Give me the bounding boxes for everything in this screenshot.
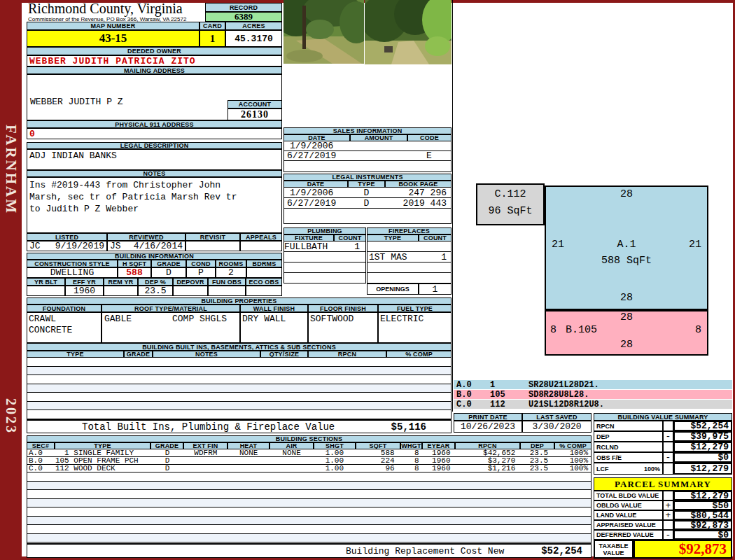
sec-type: 105 OPEN FRAME PCH: [55, 457, 151, 464]
review-value-row: JC9/19/2019 JS4/16/2014: [27, 241, 282, 251]
vs-sign: -: [663, 431, 673, 442]
parcel-label: APPRAISED VALUE: [594, 520, 663, 530]
sec-dep: 23.5: [519, 465, 554, 472]
record-label: RECORD: [205, 3, 282, 12]
vs-value: $52,254: [673, 421, 732, 431]
yrblt-label: YR BLT: [27, 278, 65, 286]
fireplace-count-label: COUNT: [419, 234, 451, 241]
sales-date-label: DATE: [284, 134, 350, 141]
property-photo-2[interactable]: [365, 0, 451, 64]
sketch-legend-row-a: A.0 1 SR28U21L28D21.: [454, 380, 732, 389]
listed-value: JC9/19/2019: [27, 241, 107, 251]
parcel-row: APPRAISED VALUE $92,873: [594, 520, 732, 530]
wall-finish-label: WALL FINISH: [240, 304, 308, 312]
parcel-label: OBLDG VALUE: [594, 500, 663, 510]
vs-label-text: RPCN: [596, 423, 615, 430]
built-ins-rpcn-label: RPCN: [308, 351, 386, 358]
vs-sign: [663, 442, 673, 452]
fixture-label: FIXTURE: [284, 234, 334, 241]
foundation-value: CRAWL CONCRETE: [27, 312, 102, 343]
print-date-label: PRINT DATE: [454, 413, 522, 421]
fireplace-type-value: 1ST MAS: [368, 252, 419, 262]
depovr-label: DEPOVR: [173, 278, 208, 286]
sec-whgt: 8: [400, 465, 422, 472]
sales-header-row: DATE AMOUNT CODE: [284, 134, 451, 141]
last-saved-label: LAST SAVED: [522, 413, 592, 421]
sec-grade: D: [151, 465, 184, 472]
built-ins-type-label: TYPE: [27, 351, 124, 358]
property-photo-1[interactable]: [284, 0, 364, 64]
vs-sign: [663, 463, 673, 475]
sec-sqft: 96: [356, 465, 400, 472]
legal-instruments-title: LEGAL INSTRUMENTS: [284, 174, 451, 181]
county-header: Richmond County, Virginia Commissioner o…: [28, 1, 204, 22]
dep-value: 23.5: [138, 286, 173, 296]
sketch-legend-row-b: B.0 105 SD8R28U8L28.: [454, 390, 732, 399]
sec-sqft: 588: [356, 449, 400, 456]
col-shgt: SHGT: [314, 442, 356, 449]
sec-heat: [227, 465, 270, 472]
vs-label: RCLND: [594, 442, 663, 452]
vs-value: $12,279: [673, 442, 732, 452]
map-number-label: MAP NUMBER: [27, 22, 200, 30]
review-header-row: LISTED REVIEWED REVISIT APPEALS: [27, 233, 282, 241]
sketch-a-top-dim: 28: [546, 188, 707, 200]
instrument-bookpage: 247 296: [385, 188, 451, 197]
photo-2-image: [365, 0, 451, 64]
fuel-type-value: ELECTRIC: [378, 312, 451, 343]
instrument-type-label: TYPE: [348, 181, 385, 188]
photo-1-image: [284, 0, 364, 64]
dep-label: DEP %: [138, 278, 173, 286]
parcel-summary-title: PARCEL SUMMARY: [594, 477, 732, 491]
sec-sqft: 224: [356, 457, 400, 464]
building-info-value-row-2: 1960 23.5: [27, 286, 282, 296]
vs-value: $0: [673, 452, 732, 463]
sec-eyear: 1960: [422, 465, 455, 472]
sale-date: 1/9/2006: [284, 141, 350, 150]
plumbing-header-row: FIXTURE COUNT: [284, 234, 366, 241]
vs-label-text: DEP: [596, 433, 610, 440]
fireplace-row: 1ST MAS 1: [367, 252, 451, 262]
sketch-section-b: 28 8 B.105 8 28: [545, 310, 708, 356]
sec-rpcn: $42,652: [454, 449, 519, 456]
sec-whgt: 8: [400, 449, 422, 456]
vs-sign: [663, 421, 673, 431]
vs-label-text: RCLND: [596, 444, 619, 451]
fireplace-type-label: TYPE: [367, 234, 419, 241]
record-number: 6389: [205, 12, 282, 22]
sec-grade: D: [151, 457, 184, 464]
sec-air: [270, 465, 314, 472]
col-heat: HEAT: [227, 442, 270, 449]
col-whgt: WHGT: [400, 442, 422, 449]
building-section-row: C.0 112 WOOD DECK D 1.00 96 8 1960 $1,21…: [27, 465, 592, 472]
cond-label: COND: [186, 260, 216, 267]
sales-information-title: SALES INFORMATION: [284, 127, 451, 134]
plumbing-row-empty: [284, 262, 366, 273]
plumbing-row: FULLBATH 1: [284, 241, 366, 252]
vs-label-text: OBS F/E: [596, 454, 622, 461]
effyr-label: EFF YR: [65, 278, 104, 286]
mailing-address-label: MAILING ADDRESS: [27, 66, 282, 74]
rooms-label: ROOMS: [216, 260, 246, 267]
legal-description-value: ADJ INDIAN BANKS: [27, 149, 282, 170]
value-summary-row: OBS F/E - $0: [594, 452, 732, 463]
instrument-bookpage: 2019 443: [385, 198, 451, 208]
sketch-legend-row-c: C.0 112 U21SL12D8R12U8.: [454, 400, 732, 409]
value-summary-row: DEP - $39,975: [594, 431, 732, 442]
sales-row: 6/27/2019 E: [284, 151, 451, 161]
sec-dep: 23.5: [519, 457, 554, 464]
value-summary-row: RCLND $12,279: [594, 442, 732, 452]
notes-label: NOTES: [27, 170, 282, 177]
building-properties-title: BUILDING PROPERTIES: [27, 298, 451, 304]
funobs-value: [208, 286, 246, 296]
sketch-b-id: B.105: [566, 324, 597, 336]
sec-eyear: 1960: [422, 449, 455, 456]
replacement-cost-value: $52,254: [541, 545, 582, 556]
construction-style-label: CONSTRUCTION STYLE: [27, 260, 118, 267]
building-section-row: B.0 105 OPEN FRAME PCH D 1.00 224 8 1960…: [27, 457, 592, 465]
building-sections-title: BUILDING SECTIONS: [27, 435, 592, 442]
col-type: TYPE: [55, 442, 150, 449]
built-ins-title: BUILDING BUILT INS, BASEMENTS, ATTICS & …: [27, 343, 451, 351]
property-record-card: FARNHAM 2023 Richmond County, Virginia C…: [0, 0, 735, 560]
instruments-header-row: DATE TYPE BOOK PAGE: [284, 181, 451, 188]
